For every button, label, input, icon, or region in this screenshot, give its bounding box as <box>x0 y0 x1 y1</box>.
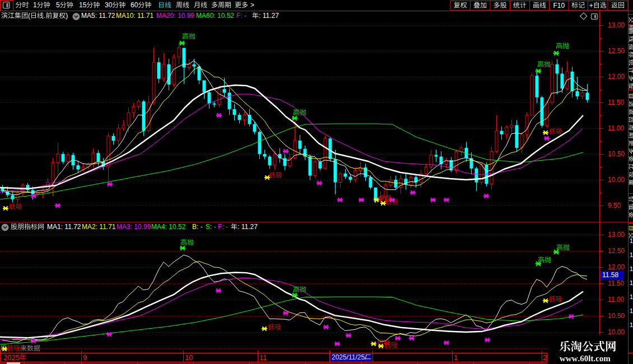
svg-text:F: -: F: - <box>236 12 246 20</box>
svg-text:5: 5 <box>56 1 60 9</box>
svg-text:MA4: 10.52: MA4: 10.52 <box>151 223 186 231</box>
svg-text:2: 2 <box>543 353 547 362</box>
svg-text:1: 1 <box>630 237 633 244</box>
svg-text:9.50: 9.50 <box>608 202 621 209</box>
svg-text:+: + <box>589 2 593 10</box>
svg-text:1: 1 <box>454 353 458 362</box>
svg-text:11.00: 11.00 <box>608 124 624 132</box>
svg-text:10.50: 10.50 <box>608 312 625 320</box>
svg-text:MA3: 10.99: MA3: 10.99 <box>117 223 151 231</box>
svg-text:13.00: 13.00 <box>608 231 625 239</box>
svg-text:10: 10 <box>185 353 193 362</box>
svg-text:MA2: 11.71: MA2: 11.71 <box>82 223 116 231</box>
svg-text:1: 1 <box>630 293 633 300</box>
svg-text:12.00: 12.00 <box>608 263 625 271</box>
svg-text:12.50: 12.50 <box>608 247 625 255</box>
svg-text:9: 9 <box>83 353 87 362</box>
svg-text:11.50: 11.50 <box>608 99 624 106</box>
svg-text:MA10: 11.71: MA10: 11.71 <box>116 12 153 20</box>
svg-text:11.58: 11.58 <box>602 271 618 279</box>
svg-text:13.00: 13.00 <box>608 21 625 29</box>
svg-text:1: 1 <box>630 307 633 314</box>
svg-text:: 11.27: : 11.27 <box>259 12 279 20</box>
svg-text:S: -: S: - <box>206 223 216 231</box>
svg-text:11.00: 11.00 <box>608 296 624 304</box>
svg-text:1: 1 <box>630 279 633 286</box>
svg-text:(: ( <box>28 12 30 20</box>
svg-text:F10: F10 <box>553 2 565 10</box>
svg-text:1: 1 <box>630 265 633 272</box>
svg-text:1: 1 <box>630 251 633 258</box>
svg-text:): ) <box>66 12 68 20</box>
svg-text:11.50: 11.50 <box>608 279 624 287</box>
svg-text:MA1: 11.72: MA1: 11.72 <box>47 223 81 231</box>
svg-text:.: . <box>44 12 45 20</box>
svg-text:2025/11/25/: 2025/11/25/ <box>332 353 367 361</box>
svg-text:15: 15 <box>79 1 87 9</box>
svg-text:F: -: F: - <box>218 223 228 231</box>
svg-text:MA5: 11.72: MA5: 11.72 <box>81 12 115 20</box>
svg-text:2025: 2025 <box>3 353 20 362</box>
svg-text:10.00: 10.00 <box>608 176 625 184</box>
svg-text:12.00: 12.00 <box>608 73 625 81</box>
svg-text:MA60: 10.52: MA60: 10.52 <box>196 12 234 20</box>
svg-text:10.00: 10.00 <box>608 328 625 336</box>
svg-text:1: 1 <box>33 1 37 9</box>
svg-text:10.50: 10.50 <box>608 150 625 158</box>
svg-text:12.50: 12.50 <box>608 47 625 55</box>
svg-text:: 11.27: : 11.27 <box>238 223 258 231</box>
svg-text:11: 11 <box>259 353 267 362</box>
svg-text:MA20: 10.99: MA20: 10.99 <box>156 12 194 20</box>
svg-text:30: 30 <box>105 1 113 9</box>
svg-text:1: 1 <box>630 321 633 328</box>
svg-text:60: 60 <box>131 1 138 9</box>
svg-text:B: -: B: - <box>192 223 203 231</box>
svg-text:>: > <box>250 1 254 9</box>
